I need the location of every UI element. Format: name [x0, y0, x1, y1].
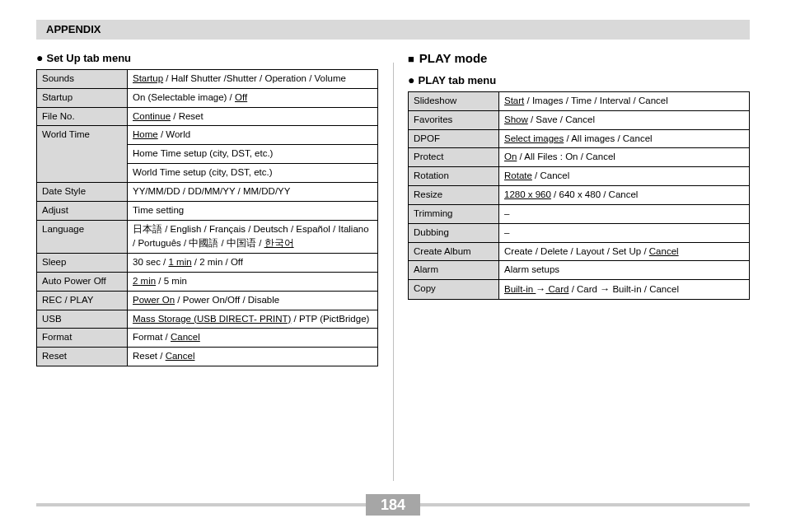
table-row: ResetReset / Cancel [37, 348, 378, 366]
table-row: USBMass Storage (USB DIRECT- PRINT) / PT… [37, 310, 378, 329]
row-label: Create Album [409, 242, 499, 261]
row-value: – [499, 223, 750, 242]
table-row: RotationRotate / Cancel [409, 167, 750, 186]
setup-heading-text: Set Up tab menu [46, 52, 131, 64]
row-value: Home / World [128, 126, 378, 145]
row-value: Select images / All images / Cancel [499, 129, 750, 148]
table-row: FavoritesShow / Save / Cancel [409, 110, 750, 129]
table-row: StartupOn (Selectable image) / Off [37, 88, 378, 107]
table-row: ProtectOn / All Files : On / Cancel [409, 148, 750, 167]
table-row: File No.Continue / Reset [37, 107, 378, 126]
play-tab-text: PLAY tab menu [418, 74, 496, 86]
appendix-header: APPENDIX [36, 20, 750, 40]
table-row: World TimeHome / World [37, 126, 378, 145]
table-row: REC / PLAYPower On / Power On/Off / Disa… [37, 291, 378, 310]
page-number: 184 [366, 494, 420, 516]
row-label: Resize [409, 186, 499, 205]
row-label: World Time [37, 126, 128, 182]
left-column: ●Set Up tab menu SoundsStartup / Half Sh… [36, 51, 378, 366]
play-table: SlideshowStart / Images / Time / Interva… [408, 91, 750, 300]
row-value: On (Selectable image) / Off [128, 88, 378, 107]
table-row: Date StyleYY/MM/DD / DD/MM/YY / MM/DD/YY [37, 182, 378, 201]
play-mode-text: PLAY mode [419, 51, 488, 65]
row-value: Startup / Half Shutter /Shutter / Operat… [128, 70, 378, 89]
table-row: Dubbing– [409, 223, 750, 242]
row-value: Power On / Power On/Off / Disable [128, 291, 378, 310]
row-value: 1280 x 960 / 640 x 480 / Cancel [499, 186, 750, 205]
right-column: ■PLAY mode ●PLAY tab menu SlideshowStart… [408, 51, 750, 366]
table-row: CopyBuilt-in → Card / Card → Built-in / … [409, 280, 750, 300]
row-value: Built-in → Card / Card → Built-in / Canc… [499, 280, 750, 300]
row-label: Format [37, 329, 128, 348]
table-row: DPOFSelect images / All images / Cancel [409, 129, 750, 148]
row-value: 2 min / 5 min [128, 272, 378, 291]
row-label: Favorites [409, 110, 499, 129]
row-value: Format / Cancel [128, 329, 378, 348]
row-value: Create / Delete / Layout / Set Up / Canc… [499, 242, 750, 261]
table-row: FormatFormat / Cancel [37, 329, 378, 348]
table-row: Auto Power Off2 min / 5 min [37, 272, 378, 291]
row-label: Rotation [409, 167, 499, 186]
row-label: Language [37, 220, 128, 254]
play-tab-heading: ●PLAY tab menu [408, 73, 750, 86]
play-mode-heading: ■PLAY mode [408, 51, 750, 65]
row-label: REC / PLAY [37, 291, 128, 310]
row-value: Show / Save / Cancel [499, 110, 750, 129]
row-label: Sounds [37, 70, 128, 89]
table-row: SoundsStartup / Half Shutter /Shutter / … [37, 70, 378, 89]
row-value: Alarm setups [499, 261, 750, 280]
setup-table: SoundsStartup / Half Shutter /Shutter / … [36, 69, 378, 366]
row-value: World Time setup (city, DST, etc.) [128, 164, 378, 183]
row-value: Mass Storage (USB DIRECT- PRINT) / PTP (… [128, 310, 378, 329]
table-row: Language日本語 / English / Français / Deuts… [37, 220, 378, 254]
table-row: Trimming– [409, 204, 750, 223]
row-value: On / All Files : On / Cancel [499, 148, 750, 167]
row-label: Alarm [409, 261, 499, 280]
row-value: YY/MM/DD / DD/MM/YY / MM/DD/YY [128, 182, 378, 201]
setup-heading: ●Set Up tab menu [36, 51, 378, 64]
row-label: Slideshow [409, 92, 499, 111]
table-row: Sleep30 sec / 1 min / 2 min / Off [37, 254, 378, 273]
row-label: Sleep [37, 254, 128, 273]
row-value: Reset / Cancel [128, 348, 378, 366]
row-label: Adjust [37, 201, 128, 220]
row-label: Date Style [37, 182, 128, 201]
row-value: Home Time setup (city, DST, etc.) [128, 145, 378, 164]
row-label: Startup [37, 88, 128, 107]
row-value: Rotate / Cancel [499, 167, 750, 186]
page-footer: 184 [36, 494, 750, 516]
row-label: Auto Power Off [37, 272, 128, 291]
row-label: DPOF [409, 129, 499, 148]
table-row: SlideshowStart / Images / Time / Interva… [409, 92, 750, 111]
column-divider [393, 63, 394, 481]
row-value: Start / Images / Time / Interval / Cance… [499, 92, 750, 111]
table-row: Resize1280 x 960 / 640 x 480 / Cancel [409, 186, 750, 205]
table-row: AlarmAlarm setups [409, 261, 750, 280]
row-value: 日本語 / English / Français / Deutsch / Esp… [128, 220, 378, 254]
row-label: Protect [409, 148, 499, 167]
row-value: Continue / Reset [128, 107, 378, 126]
table-row: AdjustTime setting [37, 201, 378, 220]
table-row: Create AlbumCreate / Delete / Layout / S… [409, 242, 750, 261]
row-value: Time setting [128, 201, 378, 220]
row-label: File No. [37, 107, 128, 126]
row-label: Reset [37, 348, 128, 366]
row-label: USB [37, 310, 128, 329]
row-label: Dubbing [409, 223, 499, 242]
row-label: Copy [409, 280, 499, 300]
row-value: – [499, 204, 750, 223]
row-value: 30 sec / 1 min / 2 min / Off [128, 254, 378, 273]
row-label: Trimming [409, 204, 499, 223]
